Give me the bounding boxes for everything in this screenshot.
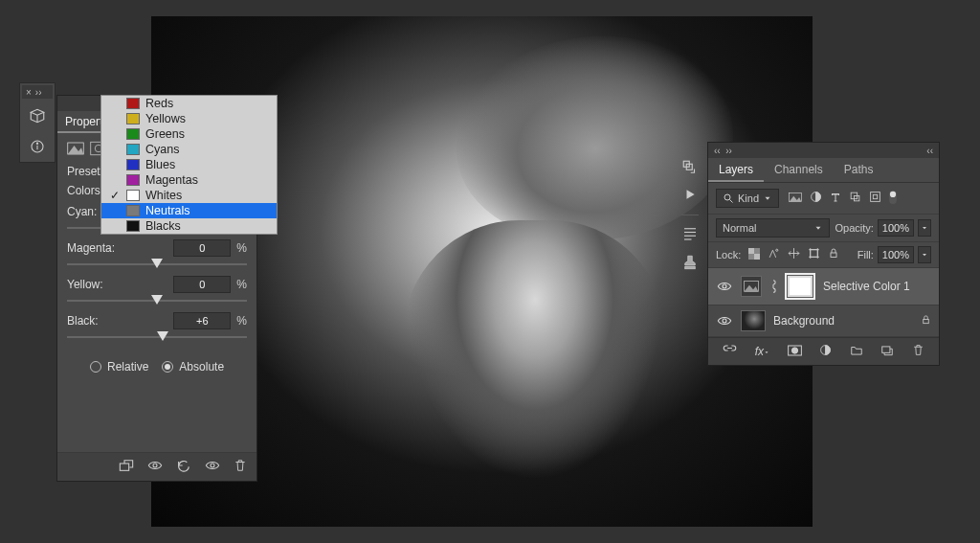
- lock-label: Lock:: [716, 249, 741, 260]
- fill-caret[interactable]: [918, 246, 931, 263]
- layer-row[interactable]: Background: [708, 305, 939, 337]
- svg-rect-3: [68, 143, 84, 154]
- stamp-icon[interactable]: [681, 254, 699, 275]
- slider-track[interactable]: [67, 331, 247, 343]
- svg-rect-11: [686, 164, 692, 170]
- delete-layer-icon[interactable]: [912, 344, 924, 359]
- lock-artboard-icon[interactable]: [808, 247, 820, 262]
- slider-value[interactable]: [173, 276, 231, 293]
- slider-label: Magenta:: [67, 241, 115, 255]
- opacity-value[interactable]: 100%: [878, 219, 914, 237]
- info-panel-icon[interactable]: [23, 133, 52, 160]
- lock-position-icon[interactable]: [788, 247, 800, 262]
- delete-icon[interactable]: [234, 459, 247, 475]
- colors-option[interactable]: ✓Whites: [101, 188, 277, 203]
- svg-rect-24: [851, 192, 858, 199]
- filter-smart-icon[interactable]: [869, 191, 881, 206]
- svg-rect-33: [748, 248, 754, 254]
- absolute-radio[interactable]: Absolute: [162, 360, 224, 373]
- lock-all-icon[interactable]: [828, 247, 839, 262]
- layers-tab[interactable]: Layers: [708, 158, 764, 182]
- svg-rect-41: [831, 253, 836, 258]
- svg-rect-7: [120, 464, 128, 470]
- colors-option[interactable]: Reds: [101, 96, 277, 111]
- layers-panel: ‹‹ ››‹‹ LayersChannelsPaths Kind Normal …: [707, 142, 940, 366]
- svg-rect-47: [924, 319, 929, 323]
- clip-to-layer-icon[interactable]: [119, 459, 134, 475]
- svg-point-29: [890, 191, 896, 196]
- fill-value[interactable]: 100%: [878, 246, 914, 263]
- view-previous-icon[interactable]: [147, 459, 163, 475]
- actions-panel-icon[interactable]: [683, 188, 697, 205]
- layer-effects-icon[interactable]: fx: [755, 345, 769, 358]
- visibility-toggle-icon[interactable]: [716, 315, 733, 327]
- layers-panel-header[interactable]: ‹‹ ››‹‹: [708, 143, 939, 158]
- slider-value[interactable]: [173, 312, 231, 329]
- slider-track[interactable]: [67, 259, 247, 270]
- colors-option[interactable]: Yellows: [101, 111, 277, 126]
- svg-rect-34: [754, 254, 760, 260]
- colors-option[interactable]: Blacks: [101, 218, 277, 234]
- colors-option[interactable]: Greens: [101, 126, 277, 142]
- svg-rect-28: [889, 191, 897, 204]
- svg-point-35: [776, 249, 778, 251]
- filter-toggle-icon[interactable]: [889, 191, 897, 207]
- 3d-panel-icon[interactable]: [23, 102, 52, 129]
- layer-thumb[interactable]: [741, 310, 766, 331]
- svg-point-51: [821, 346, 831, 355]
- layer-mask-link-icon[interactable]: [769, 280, 777, 293]
- filter-shape-icon[interactable]: [849, 191, 861, 206]
- lock-icon: [921, 314, 931, 328]
- colors-option[interactable]: Magentas: [101, 172, 277, 188]
- slider-label: Cyan:: [67, 205, 97, 218]
- layer-name[interactable]: Background: [773, 314, 913, 328]
- filter-adjust-icon[interactable]: [810, 191, 822, 206]
- history-panel-icon[interactable]: [681, 159, 699, 180]
- svg-point-50: [791, 347, 797, 352]
- svg-point-43: [723, 284, 726, 288]
- colors-option[interactable]: Blues: [101, 157, 277, 172]
- layers-tab[interactable]: Channels: [764, 158, 834, 182]
- slider-track[interactable]: [67, 295, 247, 306]
- add-mask-icon[interactable]: [788, 345, 802, 359]
- visibility-toggle-icon[interactable]: [716, 281, 733, 292]
- reset-icon[interactable]: [176, 459, 191, 475]
- tool-strip-header[interactable]: ×››: [22, 85, 53, 99]
- filter-pixel-icon[interactable]: [789, 192, 802, 206]
- adjustment-thumb-icon: [741, 276, 762, 297]
- colors-option[interactable]: Neutrals: [101, 203, 277, 218]
- fill-label: Fill:: [858, 249, 874, 260]
- colors-dropdown[interactable]: RedsYellowsGreensCyansBluesMagentas✓Whit…: [100, 95, 278, 235]
- blend-mode-select[interactable]: Normal: [716, 218, 830, 238]
- relative-radio[interactable]: Relative: [90, 360, 148, 373]
- filter-kind-select[interactable]: Kind: [716, 189, 779, 208]
- new-layer-icon[interactable]: [880, 345, 894, 359]
- svg-point-9: [211, 464, 214, 467]
- svg-rect-17: [685, 267, 696, 269]
- colors-option[interactable]: Cyans: [101, 142, 277, 157]
- opacity-caret[interactable]: [918, 219, 931, 237]
- svg-marker-4: [68, 146, 84, 154]
- svg-rect-10: [683, 161, 689, 167]
- svg-marker-48: [766, 351, 768, 353]
- visibility-icon[interactable]: [205, 459, 220, 475]
- lock-transparent-icon[interactable]: [748, 248, 760, 262]
- layer-mask-thumb[interactable]: [788, 276, 813, 297]
- lock-image-icon[interactable]: [768, 247, 780, 262]
- new-adjustment-icon[interactable]: [819, 344, 832, 359]
- layer-name[interactable]: Selective Color 1: [823, 280, 931, 293]
- svg-rect-21: [790, 192, 802, 201]
- presets-panel-icon[interactable]: [681, 225, 699, 246]
- left-tool-strip: ×››: [19, 82, 56, 163]
- layers-tab[interactable]: Paths: [834, 158, 884, 182]
- filter-type-icon[interactable]: [830, 192, 841, 206]
- adjustment-icon: [67, 141, 84, 159]
- svg-rect-32: [748, 248, 760, 260]
- link-layers-icon[interactable]: [723, 345, 737, 359]
- svg-marker-42: [923, 254, 926, 256]
- new-group-icon[interactable]: [850, 345, 863, 359]
- right-tool-strip: [674, 159, 706, 275]
- svg-point-46: [723, 319, 726, 323]
- slider-value[interactable]: [173, 239, 231, 257]
- layer-row[interactable]: Selective Color 1: [708, 268, 939, 305]
